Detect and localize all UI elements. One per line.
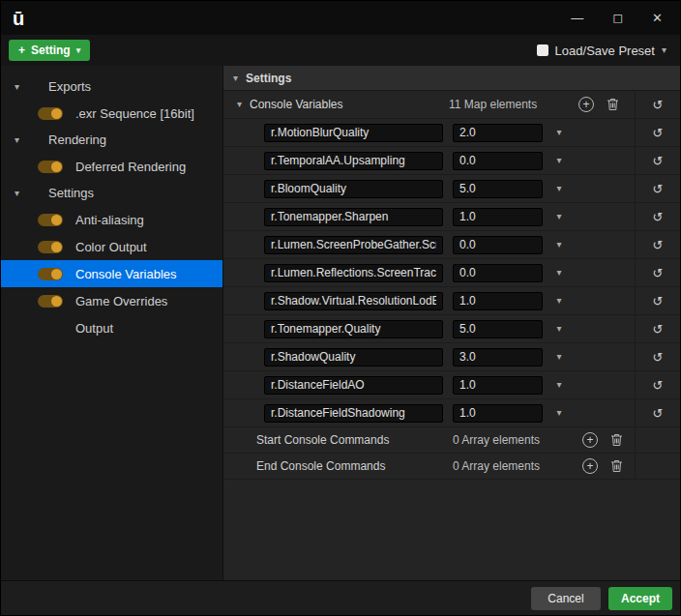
cvar-name-input[interactable] <box>264 208 443 226</box>
cvar-dropdown-button[interactable]: ▾ <box>546 236 573 254</box>
reset-icon[interactable]: ↺ <box>653 154 664 168</box>
toggle-switch[interactable] <box>38 268 63 280</box>
sidebar-item-label: .exr Sequence [16bit] <box>75 106 194 121</box>
cvar-value-input[interactable] <box>453 404 543 423</box>
reset-icon[interactable]: ↺ <box>653 406 664 421</box>
cvar-value-input[interactable] <box>453 264 543 282</box>
toggle-switch[interactable] <box>38 214 63 226</box>
reset-icon[interactable]: ↺ <box>653 322 664 337</box>
accept-button[interactable]: Accept <box>608 587 672 610</box>
delete-all-button[interactable] <box>607 457 625 475</box>
cvar-dropdown-button[interactable]: ▾ <box>546 348 573 367</box>
delete-all-button[interactable] <box>604 96 621 113</box>
start-console-commands-label: Start Console Commands <box>256 433 453 447</box>
cvar-name-input[interactable] <box>264 292 443 310</box>
toggle-switch[interactable] <box>38 161 63 173</box>
delete-all-button[interactable] <box>607 431 625 449</box>
console-variable-row: ▾ ↺ <box>223 371 680 399</box>
chevron-down-icon: ▾ <box>556 324 561 334</box>
cvar-name-input[interactable] <box>264 124 443 142</box>
titlebar: ū — ◻ ✕ <box>1 1 680 35</box>
reset-icon[interactable]: ↺ <box>653 350 664 365</box>
cvar-name-input[interactable] <box>264 152 443 170</box>
sidebar-group-rendering[interactable]: ▾ Rendering <box>1 127 222 153</box>
trash-icon <box>607 98 619 111</box>
cvar-dropdown-button[interactable]: ▾ <box>546 264 573 282</box>
cvar-name-input[interactable] <box>264 404 443 423</box>
cvar-dropdown-button[interactable]: ▾ <box>546 208 573 226</box>
cvar-name-input[interactable] <box>264 264 443 282</box>
cvar-value-input[interactable] <box>453 376 543 395</box>
cancel-button[interactable]: Cancel <box>531 587 601 610</box>
cvar-dropdown-button[interactable]: ▾ <box>546 152 573 170</box>
cvar-value-input[interactable] <box>453 124 543 142</box>
chevron-down-icon[interactable]: ▾ <box>237 100 242 109</box>
sidebar-item-deferred-rendering[interactable]: Deferred Rendering <box>1 153 222 180</box>
settings-header[interactable]: ▾ Settings <box>223 66 680 91</box>
reset-icon[interactable]: ↺ <box>653 266 664 280</box>
array-elements-count: 0 Array elements <box>453 433 571 447</box>
main-area: ▾ Exports .exr Sequence [16bit] ▾ Render… <box>1 66 680 580</box>
reset-icon[interactable]: ↺ <box>653 378 664 393</box>
cvar-name-input[interactable] <box>264 180 443 198</box>
cvar-value-input[interactable] <box>453 152 543 170</box>
cvar-dropdown-button[interactable]: ▾ <box>546 292 573 310</box>
footer: Cancel Accept <box>1 580 680 615</box>
add-setting-button[interactable]: + Setting ▾ <box>9 40 90 61</box>
cvar-dropdown-button[interactable]: ▾ <box>546 124 573 142</box>
minimize-button[interactable]: — <box>571 12 583 24</box>
sidebar-item-output[interactable]: Output <box>1 314 222 341</box>
console-variable-row: ▾ ↺ <box>223 287 680 315</box>
reset-icon[interactable]: ↺ <box>653 238 664 252</box>
window: ū — ◻ ✕ + Setting ▾ Load/Save Preset ▾ ▾… <box>0 0 681 616</box>
sidebar-item-label: Anti-aliasing <box>75 213 144 227</box>
cvar-dropdown-button[interactable]: ▾ <box>546 180 573 198</box>
add-element-button[interactable]: + <box>578 97 594 112</box>
chevron-down-icon: ▾ <box>556 212 561 221</box>
sidebar-item-exr-sequence[interactable]: .exr Sequence [16bit] <box>1 100 222 127</box>
reset-icon[interactable]: ↺ <box>653 210 664 224</box>
console-variable-row: ▾ ↺ <box>223 315 680 343</box>
reset-icon[interactable]: ↺ <box>653 98 664 112</box>
chevron-down-icon: ▾ <box>76 46 81 55</box>
cvar-name-input[interactable] <box>264 348 443 367</box>
close-button[interactable]: ✕ <box>652 12 663 24</box>
toggle-switch[interactable] <box>38 107 63 120</box>
cvar-value-input[interactable] <box>453 320 543 338</box>
maximize-button[interactable]: ◻ <box>612 12 623 24</box>
chevron-down-icon: ▾ <box>556 240 561 249</box>
chevron-down-icon: ▾ <box>556 156 561 165</box>
cvar-name-input[interactable] <box>264 320 443 338</box>
add-element-button[interactable]: + <box>582 432 598 448</box>
sidebar-group-exports[interactable]: ▾ Exports <box>1 73 222 100</box>
cvar-value-input[interactable] <box>453 180 543 198</box>
reset-icon[interactable]: ↺ <box>653 182 664 196</box>
cvar-value-input[interactable] <box>453 292 543 310</box>
cvar-dropdown-button[interactable]: ▾ <box>546 376 573 395</box>
console-variable-row: ▾ ↺ <box>223 175 680 203</box>
add-setting-label: Setting <box>31 44 71 57</box>
load-save-preset-button[interactable]: Load/Save Preset ▾ <box>537 44 672 58</box>
reset-icon[interactable]: ↺ <box>653 294 664 308</box>
sidebar-item-color-output[interactable]: Color Output <box>1 233 222 260</box>
cvar-name-input[interactable] <box>264 236 443 254</box>
cvar-dropdown-button[interactable]: ▾ <box>546 404 573 423</box>
preset-icon <box>537 44 548 56</box>
cvar-value-input[interactable] <box>453 236 543 254</box>
reset-icon[interactable]: ↺ <box>653 126 664 140</box>
sidebar-item-game-overrides[interactable]: Game Overrides <box>1 287 222 314</box>
cvar-value-input[interactable] <box>453 348 543 367</box>
cvar-name-input[interactable] <box>264 376 443 395</box>
sidebar-group-settings[interactable]: ▾ Settings <box>1 180 222 206</box>
plus-icon: + <box>586 434 593 446</box>
cvar-value-input[interactable] <box>453 208 543 226</box>
sidebar-item-anti-aliasing[interactable]: Anti-aliasing <box>1 206 222 233</box>
toggle-switch[interactable] <box>38 295 63 308</box>
console-variable-row: ▾ ↺ <box>223 259 680 287</box>
cvar-dropdown-button[interactable]: ▾ <box>546 320 573 338</box>
sidebar-item-console-variables[interactable]: Console Variables <box>1 260 222 287</box>
settings-header-label: Settings <box>246 72 291 85</box>
console-variables-header: ▾ Console Variables 11 Map elements + ↺ <box>223 91 680 119</box>
toggle-switch[interactable] <box>38 241 63 253</box>
add-element-button[interactable]: + <box>582 458 598 474</box>
